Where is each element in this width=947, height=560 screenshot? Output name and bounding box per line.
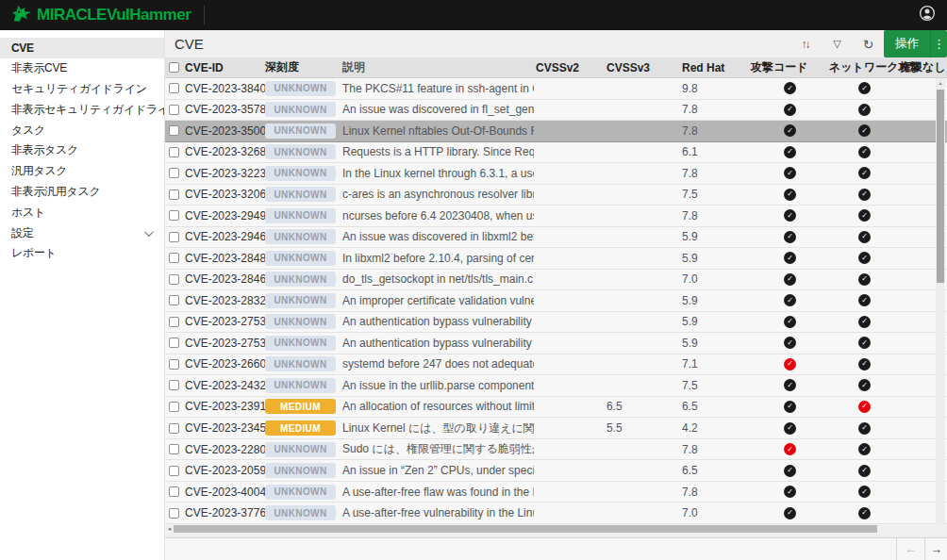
table-row[interactable]: CVE-2023-24329 UNKNOWN An issue in the u… bbox=[165, 375, 947, 397]
row-checkbox[interactable] bbox=[169, 210, 179, 221]
sidebar-item-hidden-security-guidelines[interactable]: 非表示セキュリティガイドライン bbox=[0, 99, 164, 120]
attack-code-status-icon: ✓ bbox=[784, 379, 796, 391]
sidebar-item-label: セキュリティガイドライン bbox=[11, 81, 147, 97]
row-checkbox[interactable] bbox=[169, 83, 179, 93]
row-checkbox[interactable] bbox=[169, 402, 179, 412]
sidebar-item-label: CVE bbox=[11, 41, 34, 55]
redhat-value: 7.8 bbox=[680, 486, 751, 499]
horizontal-scrollbar[interactable]: ◂ bbox=[165, 524, 947, 534]
row-checkbox[interactable] bbox=[169, 466, 179, 476]
table-row[interactable]: CVE-2023-32233 UNKNOWN In the Linux kern… bbox=[165, 163, 947, 185]
row-checkbox[interactable] bbox=[169, 423, 179, 434]
sidebar-item-hosts[interactable]: ホスト bbox=[0, 202, 164, 222]
row-checkbox[interactable] bbox=[169, 189, 179, 200]
horizontal-scroll-track[interactable] bbox=[174, 524, 947, 534]
cve-id: CVE-2023-27535 bbox=[182, 337, 265, 350]
table-row[interactable]: CVE-2023-35788 UNKNOWN An issue was disc… bbox=[165, 100, 947, 122]
cve-id: CVE-2023-20593 bbox=[182, 464, 265, 477]
row-checkbox[interactable] bbox=[169, 486, 179, 497]
next-page-button[interactable]: → bbox=[924, 538, 947, 560]
table-row[interactable]: CVE-2023-20593 UNKNOWN An issue in “Zen … bbox=[165, 460, 947, 482]
scroll-left-icon[interactable]: ◂ bbox=[165, 524, 174, 534]
severity-badge: UNKNOWN bbox=[265, 124, 336, 139]
table-row[interactable]: CVE-2023-29469 UNKNOWN An issue was disc… bbox=[165, 227, 947, 249]
horizontal-scroll-thumb[interactable] bbox=[174, 525, 877, 533]
sidebar-item-security-guidelines[interactable]: セキュリティガイドライン bbox=[0, 79, 164, 100]
description: An issue in the urllib.parse component o… bbox=[341, 379, 534, 392]
attack-code-status-icon: ✓ bbox=[784, 358, 796, 371]
description: Sudo には、権限管理に関する脆弱性が存在... bbox=[341, 441, 534, 457]
sidebar-item-hidden-cve[interactable]: 非表示CVE bbox=[0, 58, 164, 79]
network-attack-status-icon: ✓ bbox=[858, 422, 871, 435]
table-row[interactable]: CVE-2023-26604 UNKNOWN systemd before 24… bbox=[165, 354, 947, 376]
cve-id: CVE-2023-3776 bbox=[182, 506, 265, 519]
attack-code-status-icon: ✓ bbox=[784, 422, 796, 435]
sidebar-item-label: 非表示汎用タスク bbox=[11, 184, 100, 200]
table-row[interactable]: CVE-2023-23916 MEDIUM An allocation of r… bbox=[165, 397, 947, 419]
vertical-scroll-thumb[interactable] bbox=[937, 90, 944, 283]
filter-icon[interactable]: ▽ bbox=[822, 30, 853, 58]
row-checkbox[interactable] bbox=[169, 147, 179, 157]
table-row[interactable]: CVE-2023-29491 UNKNOWN ncurses before 6.… bbox=[165, 206, 947, 227]
brand-logo[interactable]: MIRACLEVulHammer bbox=[11, 4, 191, 26]
action-button[interactable]: 操作 ⋮ bbox=[884, 30, 947, 58]
sidebar-item-tasks[interactable]: タスク bbox=[0, 120, 164, 140]
table-row[interactable]: CVE-2023-32681 UNKNOWN Requests is a HTT… bbox=[165, 142, 947, 164]
description: do_tls_getsockopt in net/tls/tls_main.c … bbox=[341, 272, 534, 286]
row-checkbox[interactable] bbox=[169, 274, 179, 285]
select-all-checkbox[interactable] bbox=[169, 62, 179, 73]
table-row[interactable]: CVE-2023-4004 UNKNOWN A use-after-free f… bbox=[165, 482, 947, 503]
sidebar-menu: CVE 非表示CVE セキュリティガイドライン 非表示セキュリティガイドライン … bbox=[0, 30, 165, 560]
col-header-cve-id: CVE-ID bbox=[182, 61, 265, 74]
table-row[interactable]: CVE-2023-3776 UNKNOWN A use-after-free v… bbox=[165, 502, 947, 524]
table-row[interactable]: CVE-2023-27535 UNKNOWN An authentication… bbox=[165, 333, 947, 354]
redhat-value: 9.8 bbox=[680, 82, 751, 95]
table-row[interactable]: CVE-2023-28321 UNKNOWN An improper certi… bbox=[165, 290, 947, 312]
col-header-attack-code: 攻撃コード bbox=[751, 59, 829, 75]
row-checkbox[interactable] bbox=[169, 338, 179, 348]
sidebar-item-settings[interactable]: 設定 bbox=[0, 222, 164, 243]
table-row[interactable]: CVE-2023-22809 UNKNOWN Sudo には、権限管理に関する脆… bbox=[165, 439, 947, 461]
action-button-label: 操作 bbox=[884, 30, 930, 58]
attack-code-status-icon: ✓ bbox=[784, 231, 796, 243]
row-checkbox[interactable] bbox=[169, 380, 179, 390]
col-header-redhat: Red Hat bbox=[680, 61, 751, 74]
table-row[interactable]: CVE-2023-35001 UNKNOWN Linux Kernel nfta… bbox=[165, 121, 947, 142]
row-checkbox[interactable] bbox=[169, 105, 179, 115]
table-row[interactable]: CVE-2023-28466 UNKNOWN do_tls_getsockopt… bbox=[165, 270, 947, 291]
sidebar-item-reports[interactable]: レポート bbox=[0, 243, 164, 264]
sidebar-item-cve[interactable]: CVE bbox=[0, 38, 164, 58]
severity-badge: UNKNOWN bbox=[265, 485, 336, 500]
row-checkbox[interactable] bbox=[169, 295, 179, 305]
network-attack-status-icon: ✓ bbox=[858, 294, 871, 306]
redhat-value: 5.9 bbox=[680, 252, 751, 265]
previous-page-button[interactable]: ← bbox=[896, 538, 924, 560]
table-row[interactable]: CVE-2023-23454 MEDIUM Linux Kernel には、型の… bbox=[165, 418, 947, 439]
sidebar-item-generic-tasks[interactable]: 汎用タスク bbox=[0, 161, 164, 182]
more-options-icon[interactable]: ⋮ bbox=[930, 30, 947, 58]
sort-icon[interactable]: ↑↓ bbox=[790, 30, 822, 58]
redhat-value: 7.0 bbox=[680, 506, 751, 519]
row-checkbox[interactable] bbox=[169, 232, 179, 242]
row-checkbox[interactable] bbox=[169, 508, 179, 519]
refresh-icon[interactable]: ↻ bbox=[853, 30, 884, 58]
row-checkbox[interactable] bbox=[169, 168, 179, 178]
row-checkbox[interactable] bbox=[169, 444, 179, 454]
table-row[interactable]: CVE-2023-32067 UNKNOWN c-ares is an asyn… bbox=[165, 185, 947, 206]
row-checkbox[interactable] bbox=[169, 253, 179, 263]
row-checkbox[interactable] bbox=[169, 125, 179, 136]
attack-code-status-icon: ✓ bbox=[784, 465, 796, 477]
scroll-up-icon[interactable]: ▴ bbox=[936, 78, 945, 88]
col-header-cvssv2: CVSSv2 bbox=[534, 61, 605, 74]
cvssv3-value: 5.5 bbox=[605, 421, 680, 435]
table-row[interactable]: CVE-2023-38408 UNKNOWN The PKCS#11 featu… bbox=[165, 78, 947, 100]
table-row[interactable]: CVE-2023-28484 UNKNOWN In libxml2 before… bbox=[165, 248, 947, 270]
row-checkbox[interactable] bbox=[169, 359, 179, 370]
sidebar-item-hidden-generic-tasks[interactable]: 非表示汎用タスク bbox=[0, 182, 164, 203]
table-row[interactable]: CVE-2023-27536 UNKNOWN An authentication… bbox=[165, 312, 947, 334]
network-attack-status-icon: ✓ bbox=[858, 167, 871, 179]
vertical-scrollbar[interactable]: ▴ bbox=[936, 78, 945, 524]
sidebar-item-hidden-tasks[interactable]: 非表示タスク bbox=[0, 140, 164, 161]
user-account-button[interactable] bbox=[919, 5, 936, 25]
row-checkbox[interactable] bbox=[169, 317, 179, 327]
